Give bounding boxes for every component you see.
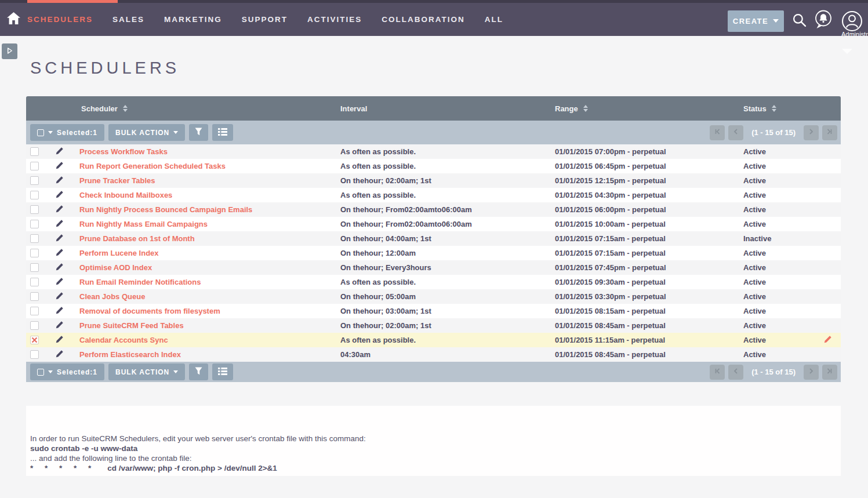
prev-page-button[interactable] <box>728 125 743 140</box>
row-checkbox[interactable] <box>30 234 39 243</box>
interval-cell: On thehour; From02:00amto06:00am <box>339 220 554 228</box>
search-button[interactable] <box>792 13 807 30</box>
prev-page-button[interactable] <box>728 365 743 380</box>
edit-pencil-icon[interactable] <box>55 219 64 230</box>
range-cell: 01/01/2015 11:15am - perpetual <box>554 336 742 344</box>
edit-pencil-icon[interactable] <box>55 190 64 201</box>
row-checkbox[interactable] <box>30 249 39 257</box>
sort-icon <box>583 105 588 112</box>
list-view-icon <box>218 128 227 137</box>
scheduler-link[interactable]: Check Inbound Mailboxes <box>79 191 172 199</box>
list-rows: Process Workflow TasksAs often as possib… <box>26 144 841 362</box>
row-checkbox[interactable] <box>30 321 39 330</box>
scheduler-name-cell: Prune Database on 1st of Month <box>79 234 339 243</box>
scheduler-name-cell: Run Nightly Mass Email Campaigns <box>79 220 339 228</box>
table-row: Perform Lucene IndexOn thehour; 12:00am0… <box>26 246 841 260</box>
selected-count-label: Selected:1 <box>57 368 97 376</box>
next-page-button[interactable] <box>804 125 819 140</box>
sidebar-expand-button[interactable] <box>2 43 17 59</box>
bulk-action-label: BULK ACTION <box>115 368 169 376</box>
row-checkbox[interactable] <box>30 263 39 272</box>
scheduler-link[interactable]: Run Report Generation Scheduled Tasks <box>79 162 226 170</box>
edit-pencil-icon[interactable] <box>55 161 64 172</box>
row-checkbox[interactable] <box>30 350 39 359</box>
nav-item-sales[interactable]: SALES <box>112 15 144 24</box>
scheduler-link[interactable]: Run Nightly Process Bounced Campaign Ema… <box>79 205 252 214</box>
panel-collapse-caret-icon[interactable] <box>842 49 852 54</box>
row-checkbox[interactable] <box>30 205 39 214</box>
select-dropdown-button[interactable]: Selected:1 <box>30 363 104 380</box>
row-checkbox[interactable] <box>30 176 39 185</box>
edit-pencil-icon[interactable] <box>55 292 64 302</box>
scheduler-link[interactable]: Clean Jobs Queue <box>79 292 145 301</box>
edit-pencil-icon[interactable] <box>55 321 64 331</box>
column-header-range-label: Range <box>555 104 578 113</box>
first-page-button[interactable] <box>710 125 725 140</box>
edit-pencil-icon[interactable] <box>55 234 64 244</box>
scheduler-link[interactable]: Perform Elasticsearch Index <box>79 350 181 359</box>
edit-pencil-icon[interactable] <box>55 277 64 288</box>
edit-pencil-icon[interactable] <box>55 147 64 157</box>
nav-item-marketing[interactable]: MARKETING <box>164 15 222 24</box>
nav-item-schedulers[interactable]: SCHEDULERS <box>27 15 93 24</box>
row-checkbox[interactable] <box>30 278 39 286</box>
last-page-button[interactable] <box>822 125 837 140</box>
select-dropdown-button[interactable]: Selected:1 <box>30 124 104 141</box>
scheduler-link[interactable]: Prune SuiteCRM Feed Tables <box>79 321 184 330</box>
scheduler-link[interactable]: Calendar Accounts Sync <box>79 336 168 344</box>
nav-item-support[interactable]: SUPPORT <box>242 15 288 24</box>
scheduler-link[interactable]: Process Workflow Tasks <box>79 147 168 156</box>
filter-button[interactable] <box>189 124 208 141</box>
scheduler-link[interactable]: Run Nightly Mass Email Campaigns <box>79 220 208 228</box>
row-checkbox-cell <box>26 147 52 156</box>
row-checkbox-cell <box>26 191 52 199</box>
nav-item-all[interactable]: ALL <box>485 15 503 24</box>
interval-cell: On thehour; 02:00am; 1st <box>339 321 554 330</box>
row-checkbox[interactable] <box>30 336 39 344</box>
edit-pencil-icon[interactable] <box>55 176 64 186</box>
edit-pencil-icon[interactable] <box>55 248 64 259</box>
scheduler-link[interactable]: Perform Lucene Index <box>79 249 159 257</box>
column-chooser-button[interactable] <box>212 124 233 141</box>
inline-edit-pencil-icon[interactable] <box>823 335 832 346</box>
edit-pencil-icon[interactable] <box>55 263 64 273</box>
create-button[interactable]: CREATE <box>728 10 784 32</box>
chevron-down-icon <box>48 131 53 134</box>
first-page-button[interactable] <box>710 365 725 380</box>
row-checkbox[interactable] <box>30 307 39 315</box>
filter-button[interactable] <box>189 363 208 380</box>
bulk-action-button[interactable]: BULK ACTION <box>108 363 185 380</box>
edit-pencil-icon[interactable] <box>55 205 64 215</box>
row-checkbox[interactable] <box>30 220 39 228</box>
row-edit-cell <box>52 147 79 157</box>
scheduler-link[interactable]: Optimise AOD Index <box>79 263 152 272</box>
list-toolbar-bottom: Selected:1 BULK ACTION <box>26 362 841 382</box>
row-checkbox[interactable] <box>30 191 39 199</box>
cron-line-entry: * * * * *cd /var/www; php -f cron.php > … <box>30 463 835 473</box>
row-edit-cell <box>52 335 79 346</box>
column-header-range[interactable]: Range <box>554 104 742 113</box>
scheduler-link[interactable]: Run Email Reminder Notifications <box>79 278 201 286</box>
edit-pencil-icon[interactable] <box>55 350 64 360</box>
nav-item-activities[interactable]: ACTIVITIES <box>307 15 362 24</box>
column-header-scheduler[interactable]: Scheduler <box>79 104 339 113</box>
row-checkbox-cell <box>26 278 52 286</box>
column-header-interval[interactable]: Interval <box>339 104 554 113</box>
user-menu[interactable]: Administrator <box>840 3 863 39</box>
row-checkbox[interactable] <box>30 147 39 156</box>
last-page-button[interactable] <box>822 365 837 380</box>
bulk-action-button[interactable]: BULK ACTION <box>108 124 185 141</box>
column-header-status[interactable]: Status <box>742 104 841 113</box>
nav-item-collaboration[interactable]: COLLABORATION <box>382 15 465 24</box>
next-page-button[interactable] <box>804 365 819 380</box>
column-chooser-button[interactable] <box>212 363 233 380</box>
home-button[interactable] <box>5 12 22 27</box>
scheduler-link[interactable]: Prune Database on 1st of Month <box>79 234 195 243</box>
edit-pencil-icon[interactable] <box>55 306 64 317</box>
row-checkbox[interactable] <box>30 292 39 301</box>
row-checkbox[interactable] <box>30 162 39 170</box>
scheduler-link[interactable]: Removal of documents from filesystem <box>79 307 220 315</box>
edit-pencil-icon[interactable] <box>55 335 64 346</box>
notifications-button[interactable] <box>813 9 833 32</box>
scheduler-link[interactable]: Prune Tracker Tables <box>79 176 155 185</box>
